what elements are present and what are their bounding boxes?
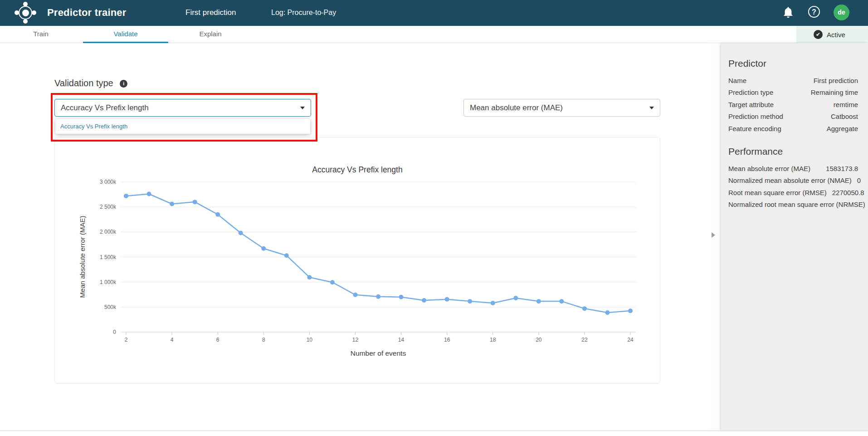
notifications-bell-icon[interactable] (783, 6, 794, 18)
data-point (239, 231, 243, 235)
data-point (445, 297, 449, 302)
data-point (376, 294, 380, 299)
predictor-row-label: Target attribute (728, 99, 774, 111)
y-axis-label: Mean absolute error (MAE) (78, 216, 86, 298)
bottom-divider (0, 431, 868, 431)
x-tick-label: 12 (352, 337, 359, 343)
nav-model-name[interactable]: First prediction (185, 8, 236, 17)
data-point (491, 301, 495, 305)
app-logo-icon[interactable] (16, 4, 34, 22)
predictor-sidebar: Predictor NameFirst predictionPrediction… (721, 43, 868, 431)
data-point (261, 246, 266, 251)
x-tick-label: 20 (536, 337, 542, 343)
predictor-row: Feature encodingAggregate (728, 123, 858, 135)
data-point (330, 280, 335, 284)
data-point (628, 309, 633, 313)
validation-type-label: Validation type (54, 78, 113, 88)
tab-bar: TrainValidateExplain ✔ Active (0, 26, 868, 43)
predictor-row-value: Aggregate (821, 123, 858, 135)
data-point (284, 253, 289, 258)
performance-row: Normalized root mean square error (NRMSE… (728, 199, 858, 211)
y-tick-label: 2 500k (100, 204, 117, 210)
metric-select-value: Mean absolute error (MAE) (470, 103, 563, 112)
data-point (513, 296, 518, 300)
data-point (422, 298, 426, 303)
x-tick-label: 24 (627, 337, 634, 343)
avatar[interactable]: de (834, 5, 849, 20)
validation-type-select-value: Accuracy Vs Prefix length (61, 103, 149, 112)
y-tick-label: 0 (113, 329, 116, 335)
performance-row-label: Normalized root mean square error (NRMSE… (728, 199, 865, 211)
predictor-row-label: Prediction method (728, 111, 783, 122)
status-badge: ✔ Active (796, 26, 868, 43)
data-point (353, 293, 357, 297)
performance-row-label: Root mean square error (RMSE) (728, 187, 827, 199)
predictor-row-value: remtime (828, 99, 858, 111)
chevron-down-icon (649, 107, 654, 109)
data-point (147, 191, 151, 196)
predictor-section-title: Predictor (728, 58, 858, 69)
tab-train[interactable]: Train (18, 26, 63, 43)
predictor-row-value: Catboost (825, 111, 858, 122)
performance-row-value (865, 199, 868, 211)
predictor-row-label: Feature encoding (728, 123, 781, 135)
data-point (605, 310, 610, 315)
dropdown-menu-item[interactable]: Accuracy Vs Prefix length (55, 120, 310, 133)
tab-validate[interactable]: Validate (83, 26, 168, 43)
predictor-row-value: Remaining time (805, 87, 858, 98)
x-tick-label: 10 (307, 337, 313, 343)
validation-type-dropdown-menu: Accuracy Vs Prefix length (55, 119, 310, 134)
data-point (399, 295, 404, 299)
x-tick-label: 2 (125, 337, 128, 343)
predictor-row-value: First prediction (808, 75, 858, 87)
chart-card: Accuracy Vs Prefix lengthMean absolute e… (54, 137, 660, 383)
y-tick-label: 2 000k (100, 229, 117, 235)
x-tick-label: 8 (262, 337, 265, 343)
data-point (559, 299, 564, 304)
chart-title: Accuracy Vs Prefix length (312, 165, 402, 174)
app-title: Predictor trainer (47, 7, 127, 19)
predictor-row: Prediction typeRemaining time (728, 87, 858, 98)
performance-row-label: Normalized mean absolute error (NMAE) (728, 175, 852, 186)
data-point (468, 299, 472, 304)
status-badge-label: Active (827, 31, 845, 39)
data-point (124, 194, 128, 198)
data-point (215, 212, 220, 217)
predictor-row: Target attributeremtime (728, 99, 858, 111)
x-tick-label: 4 (171, 337, 174, 343)
performance-row: Mean absolute error (MAE)1583173.8 (728, 163, 858, 175)
x-tick-label: 14 (398, 337, 405, 343)
app-header: Predictor trainer First prediction Log: … (0, 0, 868, 26)
performance-row: Root mean square error (RMSE)2270050.8 (728, 187, 858, 199)
y-tick-label: 1 500k (100, 254, 117, 260)
data-point (582, 306, 587, 311)
predictor-row-label: Name (728, 75, 746, 87)
y-tick-label: 1 000k (100, 279, 117, 285)
x-axis-label: Number of events (351, 349, 406, 357)
performance-row-value: 2270050.8 (827, 187, 864, 199)
sidebar-collapse-icon[interactable] (712, 232, 715, 238)
accuracy-vs-prefix-chart: Accuracy Vs Prefix lengthMean absolute e… (55, 137, 660, 383)
performance-row-value: 0 (852, 175, 861, 186)
tab-explain[interactable]: Explain (188, 26, 233, 43)
chevron-down-icon (300, 107, 305, 109)
help-icon[interactable]: ? (808, 6, 820, 18)
data-point (170, 202, 174, 206)
x-tick-label: 22 (581, 337, 588, 343)
data-point (536, 299, 541, 304)
performance-section-title: Performance (728, 146, 858, 157)
nav-log-name[interactable]: Log: Procure-to-Pay (271, 9, 336, 17)
validation-type-select[interactable]: Accuracy Vs Prefix length (54, 99, 311, 117)
performance-row-value: 1583173.8 (820, 163, 858, 175)
metric-select[interactable]: Mean absolute error (MAE) (463, 99, 660, 117)
data-point (193, 200, 197, 204)
x-tick-label: 18 (490, 337, 496, 343)
performance-row: Normalized mean absolute error (NMAE)0 (728, 175, 858, 186)
active-check-icon: ✔ (814, 30, 823, 39)
predictor-row-label: Prediction type (728, 87, 773, 98)
info-icon[interactable]: i (120, 80, 127, 88)
predictor-row: Prediction methodCatboost (728, 111, 858, 122)
validation-type-heading: Validation type i (54, 78, 127, 88)
y-tick-label: 3 000k (100, 179, 117, 185)
predictor-row: NameFirst prediction (728, 75, 858, 87)
